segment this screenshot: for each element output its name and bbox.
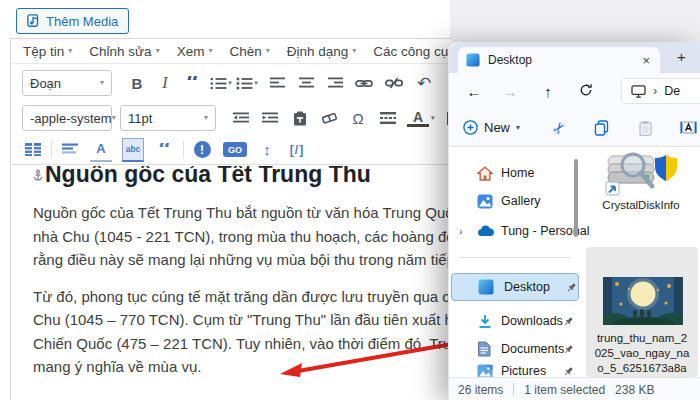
special-character-button[interactable]: Ω — [347, 106, 369, 130]
sidebar-item-downloads[interactable]: Downloads — [449, 307, 581, 335]
outdent-button[interactable] — [230, 106, 252, 130]
unlink-button[interactable] — [383, 71, 405, 95]
chevron-down-icon — [254, 79, 258, 87]
home-icon — [477, 166, 493, 181]
add-media-button[interactable]: Thêm Media — [16, 8, 129, 34]
pullquote-button[interactable]: “ — [154, 143, 176, 157]
onedrive-cloud-icon — [477, 225, 494, 237]
chevron-down-icon — [431, 114, 435, 122]
status-size: 238 KB — [615, 383, 654, 397]
sidebar-item-desktop[interactable]: Desktop — [451, 273, 579, 301]
paragraph-format-select[interactable]: Đoạn — [22, 70, 112, 96]
sidebar-item-onedrive[interactable]: › Tung - Personal — [449, 217, 581, 245]
status-separator — [513, 383, 514, 396]
read-more-button[interactable] — [377, 106, 399, 130]
go-button[interactable]: GO — [223, 138, 247, 162]
paragraph-1: Nguồn gốc của Tết Trung Thu bắt nguồn từ… — [33, 201, 452, 272]
vertical-spacing-button[interactable]: ↕ — [256, 138, 278, 162]
shortcode-button[interactable]: [/] — [286, 138, 308, 162]
add-media-label: Thêm Media — [46, 14, 118, 29]
blockquote-button[interactable]: “ — [182, 76, 204, 90]
explorer-tab-strip: Desktop × + — [449, 43, 700, 73]
chevron-down-icon — [204, 114, 208, 122]
sidebar-item-home[interactable]: Home — [449, 159, 581, 187]
drop-cap-button[interactable]: A — [90, 138, 112, 162]
paste-button[interactable] — [628, 120, 662, 136]
undo-button[interactable]: ↶ — [413, 71, 435, 95]
text-color-button[interactable]: A — [407, 109, 429, 127]
downloads-icon — [477, 314, 493, 329]
explorer-command-bar: New ✂ — [449, 109, 700, 147]
new-plus-icon — [463, 120, 478, 135]
go-badge-icon: GO — [223, 142, 247, 157]
explorer-status-bar: 26 items 1 item selected 238 KB — [449, 377, 700, 400]
copy-button[interactable] — [584, 120, 618, 136]
refresh-button[interactable] — [571, 83, 601, 100]
rename-button[interactable] — [671, 120, 700, 135]
bullet-list-button[interactable] — [210, 71, 232, 95]
up-button[interactable]: ↑ — [533, 83, 563, 100]
menu-format[interactable]: Định dạng — [287, 44, 357, 59]
chevron-down-icon — [352, 47, 356, 55]
new-button[interactable]: New — [463, 120, 520, 135]
paste-as-text-button[interactable] — [289, 106, 311, 130]
align-right-button[interactable] — [324, 71, 346, 95]
scissors-icon: ✂ — [548, 117, 570, 138]
menu-insert[interactable]: Chèn — [229, 44, 269, 59]
explorer-tab-desktop[interactable]: Desktop × — [458, 47, 660, 73]
menu-edit[interactable]: Chỉnh sửa — [89, 44, 159, 59]
toolbar-row-2: -apple-system 11pt Ω A — [22, 101, 452, 135]
back-button[interactable]: ← — [459, 83, 489, 100]
font-size-select[interactable]: 11pt — [120, 105, 216, 131]
columns-button[interactable] — [22, 138, 44, 162]
pin-icon — [563, 366, 574, 377]
chevron-down-icon — [156, 47, 160, 55]
gallery-icon — [477, 194, 493, 209]
alert-block-button[interactable]: ! — [191, 138, 213, 162]
file-crystaldiskinfo[interactable] — [605, 149, 679, 197]
tab-title: Desktop — [488, 53, 532, 67]
moon-festival-thumbnail — [603, 277, 683, 325]
font-family-select[interactable]: -apple-system — [22, 105, 112, 131]
menu-file[interactable]: Tệp tin — [23, 44, 72, 59]
chevron-down-icon — [112, 114, 116, 122]
tab-close-icon[interactable]: × — [640, 53, 652, 68]
address-bar[interactable]: › De — [621, 78, 700, 104]
clear-formatting-button[interactable] — [318, 106, 340, 130]
link-button[interactable] — [353, 71, 375, 95]
file-trungthu-image[interactable]: trung_thu_nam_2 025_vao_ngay_na o_5_6251… — [586, 247, 698, 377]
paragraph-styles-button[interactable] — [59, 138, 81, 162]
bold-button[interactable]: B — [126, 71, 148, 95]
highlight-text-button[interactable]: abc — [122, 138, 144, 162]
breadcrumb-segment[interactable]: De — [664, 84, 680, 98]
status-selection: 1 item selected — [524, 383, 605, 397]
new-tab-icon[interactable]: + — [677, 48, 686, 65]
wp-admin-background — [450, 0, 700, 42]
chevron-right-icon[interactable]: › — [459, 225, 463, 237]
file-label[interactable]: CrystalDiskInfo — [581, 198, 700, 213]
file-explorer-window: Desktop × + ← → ↑ › De — [448, 42, 700, 400]
menu-tools[interactable]: Các công cụ — [373, 44, 452, 59]
align-left-button[interactable] — [266, 71, 288, 95]
sidebar-scrollbar[interactable] — [574, 159, 578, 237]
chevron-down-icon — [68, 47, 72, 55]
refresh-icon — [579, 83, 593, 97]
alert-icon: ! — [194, 141, 211, 158]
menu-view[interactable]: Xem — [177, 44, 213, 59]
align-center-button[interactable] — [295, 71, 317, 95]
file-label: trung_thu_nam_2 025_vao_ngay_na o_5_6251… — [586, 331, 698, 376]
numbered-list-button[interactable] — [236, 71, 258, 95]
toolbar-row-1: Đoạn B I “ — [22, 65, 452, 101]
paste-icon — [638, 120, 653, 136]
pin-icon — [566, 282, 577, 293]
chevron-down-icon — [228, 79, 232, 87]
cut-button[interactable]: ✂ — [542, 119, 576, 137]
desktop-folder-icon — [466, 53, 480, 67]
pin-icon — [563, 316, 574, 327]
sidebar-item-gallery[interactable]: Gallery — [449, 187, 581, 215]
toolbar-separator — [183, 141, 184, 158]
documents-icon — [477, 341, 491, 357]
indent-button[interactable] — [259, 106, 281, 130]
forward-button[interactable]: → — [495, 83, 525, 100]
italic-button[interactable]: I — [154, 71, 176, 95]
